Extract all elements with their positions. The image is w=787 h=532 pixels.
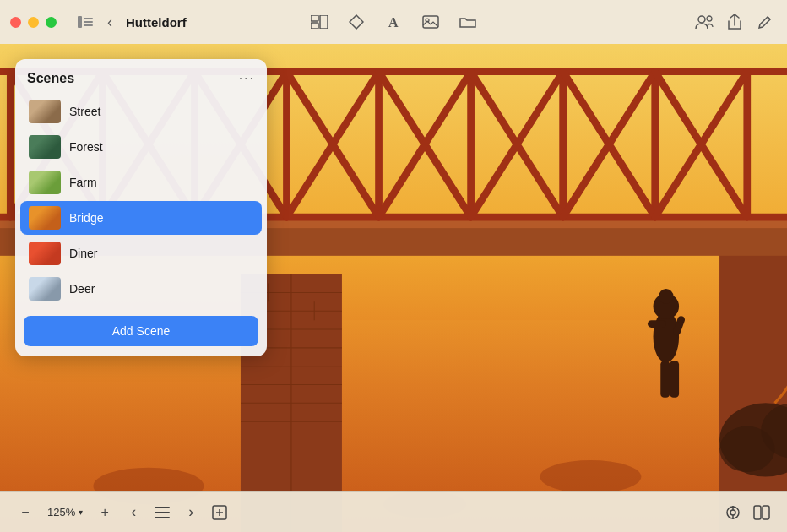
close-button[interactable] bbox=[10, 17, 21, 28]
share-button[interactable] bbox=[723, 13, 746, 31]
scene-item-forest[interactable]: Forest bbox=[20, 130, 262, 164]
folder-tool-button[interactable] bbox=[456, 13, 480, 31]
svg-point-65 bbox=[719, 426, 774, 473]
scene-thumbnail-bridge bbox=[29, 206, 61, 230]
svg-rect-80 bbox=[763, 506, 769, 519]
zoom-minus-button[interactable]: − bbox=[14, 502, 37, 524]
sidebar-toggle-button[interactable] bbox=[73, 13, 97, 31]
svg-rect-0 bbox=[78, 16, 82, 28]
titlebar-right bbox=[692, 13, 777, 31]
scene-name-bridge: Bridge bbox=[69, 211, 103, 225]
scenes-panel: Scenes ··· Street Forest Farm Bridge bbox=[15, 59, 267, 356]
svg-rect-1 bbox=[84, 18, 93, 19]
view-tool-button[interactable] bbox=[307, 13, 331, 31]
scene-item-diner[interactable]: Diner bbox=[20, 236, 262, 270]
scene-name-street: Street bbox=[69, 105, 100, 118]
shape-tool-button[interactable] bbox=[345, 13, 368, 31]
bottom-toolbar: − 125% ▾ + ‹ › bbox=[0, 491, 787, 532]
svg-rect-61 bbox=[648, 320, 666, 328]
scene-item-bridge[interactable]: Bridge bbox=[20, 201, 262, 235]
titlebar: ‹ Hutteldorf A bbox=[0, 0, 787, 44]
svg-rect-69 bbox=[155, 507, 170, 508]
svg-rect-2 bbox=[84, 21, 93, 23]
svg-rect-60 bbox=[670, 361, 679, 398]
scene-list-button[interactable] bbox=[150, 502, 174, 524]
back-button[interactable]: ‹ bbox=[104, 14, 116, 31]
svg-rect-79 bbox=[754, 506, 761, 519]
scene-item-street[interactable]: Street bbox=[20, 95, 262, 128]
titlebar-left: ‹ Hutteldorf bbox=[10, 13, 187, 31]
window-controls bbox=[10, 17, 57, 28]
scene-name-forest: Forest bbox=[69, 140, 103, 154]
scene-name-diner: Diner bbox=[69, 247, 97, 260]
svg-point-58 bbox=[659, 289, 673, 303]
svg-rect-26 bbox=[719, 228, 787, 532]
svg-rect-59 bbox=[660, 361, 670, 398]
svg-rect-3 bbox=[84, 24, 93, 26]
view-mode-button[interactable] bbox=[750, 502, 773, 524]
svg-text:A: A bbox=[388, 15, 399, 30]
scenes-title: Scenes bbox=[27, 71, 74, 86]
scene-item-deer[interactable]: Deer bbox=[20, 272, 262, 306]
svg-point-11 bbox=[707, 16, 712, 21]
svg-rect-6 bbox=[320, 15, 328, 29]
zoom-chevron-icon: ▾ bbox=[79, 508, 83, 517]
svg-point-75 bbox=[730, 510, 735, 515]
svg-rect-70 bbox=[155, 512, 170, 513]
svg-rect-4 bbox=[311, 15, 318, 21]
svg-rect-71 bbox=[155, 517, 170, 518]
scene-item-farm[interactable]: Farm bbox=[20, 166, 262, 199]
add-frame-button[interactable] bbox=[208, 502, 231, 524]
nav-prev-button[interactable]: ‹ bbox=[122, 502, 145, 524]
edit-button[interactable] bbox=[753, 13, 777, 31]
minimize-button[interactable] bbox=[28, 17, 39, 28]
main-content: Scenes ··· Street Forest Farm Bridge bbox=[0, 44, 787, 532]
svg-point-68 bbox=[540, 460, 641, 493]
add-scene-button[interactable]: Add Scene bbox=[24, 316, 258, 346]
collab-button[interactable] bbox=[692, 13, 716, 31]
scene-thumbnail-farm bbox=[29, 171, 61, 194]
image-tool-button[interactable] bbox=[419, 13, 442, 31]
scenes-more-button[interactable]: ··· bbox=[239, 72, 255, 85]
scenes-list: Street Forest Farm Bridge Diner Deer bbox=[15, 95, 267, 311]
zoom-display[interactable]: 125% ▾ bbox=[42, 503, 88, 521]
scene-name-deer: Deer bbox=[69, 282, 95, 296]
maximize-button[interactable] bbox=[46, 17, 57, 28]
scene-name-farm: Farm bbox=[69, 176, 97, 189]
svg-rect-5 bbox=[311, 23, 318, 29]
text-tool-button[interactable]: A bbox=[382, 13, 405, 31]
layout-options-button[interactable] bbox=[721, 502, 745, 524]
zoom-plus-button[interactable]: + bbox=[93, 502, 117, 524]
nav-next-button[interactable]: › bbox=[179, 502, 203, 524]
zoom-value: 125% bbox=[47, 506, 75, 518]
bottom-right-tools bbox=[721, 502, 773, 524]
window-title: Hutteldorf bbox=[126, 15, 187, 30]
scene-thumbnail-forest bbox=[29, 135, 61, 159]
scenes-header: Scenes ··· bbox=[15, 59, 267, 93]
scene-thumbnail-street bbox=[29, 100, 61, 123]
scene-thumbnail-diner bbox=[29, 242, 61, 265]
titlebar-toolbar: A bbox=[307, 13, 480, 31]
svg-rect-8 bbox=[423, 16, 438, 28]
scene-thumbnail-deer bbox=[29, 277, 61, 301]
svg-point-10 bbox=[698, 16, 705, 23]
